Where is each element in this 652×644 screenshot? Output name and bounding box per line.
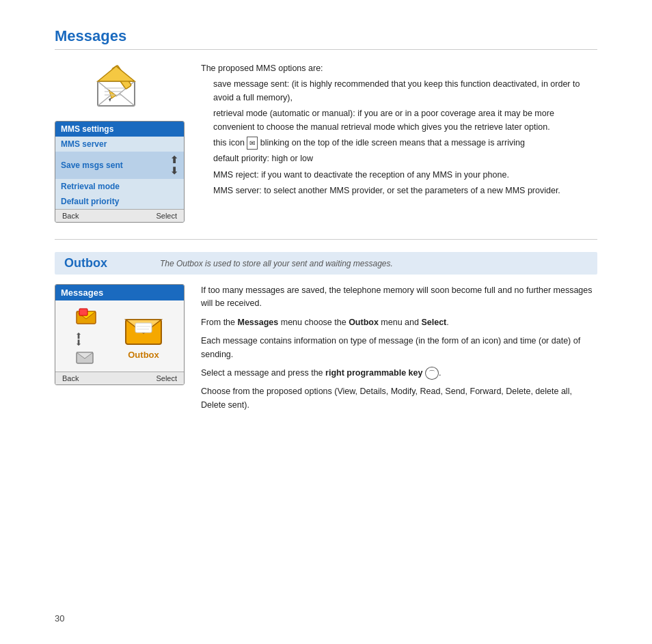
mms-section: MMS settings MMS server Save msgs sent ⬆…	[55, 62, 597, 223]
outbox-section: Messages ⬆ ⬇	[55, 284, 597, 412]
mms-desc-6: MMS server: to select another MMS provid…	[213, 184, 597, 197]
scroll-arrows-icon: ⬆ ⬇	[75, 331, 90, 346]
outbox-icons-left: ⬆ ⬇	[75, 307, 97, 365]
mms-description: The proposed MMS options are: save messa…	[201, 62, 597, 223]
outbox-select-label: Select	[156, 374, 177, 382]
svg-marker-11	[98, 66, 135, 81]
mms-icon-area	[55, 62, 185, 110]
mms-intro: The proposed MMS options are:	[201, 62, 597, 75]
mms-menu-item-5: Default priority	[55, 194, 184, 209]
page-title: Messages	[55, 27, 597, 50]
outbox-para-2: From the Messages menu choose the Outbox…	[201, 316, 597, 329]
mms-menu-item-3: Save msgs sent ⬆⬇	[55, 152, 184, 179]
outbox-left-col: Messages ⬆ ⬇	[55, 284, 185, 412]
outbox-screen-title: Messages	[55, 285, 184, 300]
mms-desc-5: MMS reject: if you want to deactivate th…	[213, 169, 597, 182]
mms-menu-item-1: MMS settings	[55, 122, 184, 137]
outbox-back-label: Back	[62, 374, 79, 382]
mms-envelope-small-icon: ✉	[247, 137, 258, 150]
outbox-center: Outbox	[123, 313, 164, 360]
outbox-phone-screen: Messages ⬆ ⬇	[55, 284, 185, 385]
outbox-description: If too many messages are saved, the tele…	[201, 284, 597, 412]
svg-rect-21	[135, 323, 152, 333]
back-label: Back	[62, 212, 79, 220]
outbox-screen-body: ⬆ ⬇	[55, 300, 184, 372]
outbox-title: Outbox	[64, 256, 146, 270]
mms-phone-bottom-bar: Back Select	[55, 209, 184, 222]
mms-desc-1: save message sent: (it is highly recomme…	[213, 78, 597, 104]
outbox-phone-bottom-bar: Back Select	[55, 372, 184, 384]
mms-left-col: MMS settings MMS server Save msgs sent ⬆…	[55, 62, 185, 223]
outbox-big-envelope-icon	[123, 313, 164, 347]
outbox-desc-inline: The Outbox is used to store all your sen…	[160, 259, 393, 268]
small-envelope-icon	[75, 350, 94, 365]
scroll-icon: ⬆⬇	[170, 154, 178, 176]
mms-desc-4: default priority: high or low	[213, 152, 597, 165]
mms-menu-item-4: Retrieval mode	[55, 179, 184, 194]
mms-menu-item-2: MMS server	[55, 137, 184, 152]
outbox-header: Outbox The Outbox is used to store all y…	[55, 252, 597, 275]
select-label: Select	[156, 212, 177, 220]
outbox-para-1: If too many messages are saved, the tele…	[201, 284, 597, 311]
mms-desc-3: this icon ✉ blinking on the top of the i…	[213, 137, 597, 150]
section-divider	[55, 239, 597, 240]
red-envelope-icon	[75, 307, 97, 326]
svg-text:⬇: ⬇	[75, 338, 82, 346]
mms-envelope-icon	[92, 62, 147, 110]
mms-desc-2: retrieval mode (automatic or manual): if…	[213, 107, 597, 134]
page-number: 30	[55, 613, 64, 624]
mms-phone-screen: MMS settings MMS server Save msgs sent ⬆…	[55, 121, 185, 223]
programmable-key-icon: ⌒	[425, 367, 439, 380]
outbox-center-label: Outbox	[128, 350, 159, 360]
outbox-para-5: Choose from the proposed options (View, …	[201, 385, 597, 412]
outbox-para-3: Each message contains information on typ…	[201, 335, 597, 361]
svg-rect-14	[79, 309, 87, 316]
outbox-para-4: Select a message and press the right pro…	[201, 367, 597, 380]
